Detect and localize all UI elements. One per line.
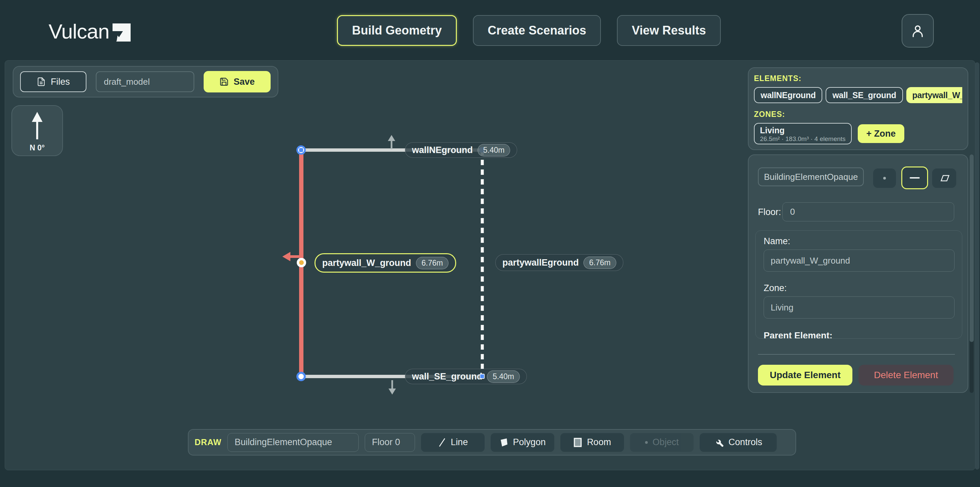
vertex-handle-bottom-right[interactable] [480,374,485,379]
wall-name: partywallEground [503,258,579,268]
controls-button[interactable]: Controls [700,433,777,452]
vertex-handle-top-left[interactable] [296,145,306,155]
wall-length-badge: 5.40m [477,144,511,156]
drawing-canvas[interactable]: Files Save N 0° [5,60,975,470]
panel-scrollbar[interactable] [970,154,974,393]
delete-element-button[interactable]: Delete Element [858,365,953,385]
parent-element-label: Parent Element: [764,331,833,339]
wall-east-dashed[interactable] [478,149,486,380]
object-tool-button: Object [630,433,694,452]
elements-title: ELEMENTS: [754,74,967,83]
element-chip-partywall-W-ground[interactable]: partywall_W_ground [906,87,962,103]
wall-label-wallNEground[interactable]: wallNEground 5.40m [405,142,517,158]
element-chip-wallNEground[interactable]: wallNEground [754,87,822,103]
element-details-card: Name: Zone: Parent Element: [755,231,962,339]
floor-label: Floor: [758,207,781,217]
wall-length-badge: 6.76m [416,257,449,269]
vertex-handle-bottom-left[interactable] [296,372,306,381]
room-tool-button[interactable]: Room [560,433,624,452]
model-name-input[interactable] [96,72,194,92]
wall-name: partywall_W_ground [322,258,411,268]
tab-build-geometry[interactable]: Build Geometry [337,15,457,46]
polygon-tool-label: Polygon [513,437,546,447]
panel-divider [758,354,955,355]
add-zone-button[interactable]: + Zone [858,124,905,143]
elements-chip-row: wallNEground wall_SE_ground partywall_W_… [754,87,962,103]
polygon-icon [500,438,508,447]
polygon-type-button[interactable] [932,169,956,188]
logo-text: Vulcan [49,19,109,43]
line-tool-label: Line [451,437,468,447]
tab-create-scenarios[interactable]: Create Scenarios [473,15,601,46]
room-tool-label: Room [587,437,611,447]
zone-label: Zone: [764,283,787,293]
user-icon [910,23,925,38]
tab-view-results[interactable]: View Results [617,15,721,46]
element-zone-input[interactable] [764,296,955,318]
point-type-button[interactable] [873,169,896,188]
wall-label-wall-SE-ground[interactable]: wall_SE_ground 5.40m [405,369,527,384]
wall-length-badge: 6.76m [584,256,616,269]
zone-details: 26.5m² · 183.0m³ · 4 elements [760,135,846,143]
header: Vulcan Build Geometry Create Scenarios V… [0,0,980,60]
wall-midpoint-handle[interactable] [297,258,306,267]
elements-zones-panel: ELEMENTS: wallNEground wall_SE_ground pa… [748,67,968,150]
compass-widget[interactable]: N 0° [11,105,63,156]
files-button[interactable]: Files [20,72,86,92]
main-nav: Build Geometry Create Scenarios View Res… [337,15,721,46]
slash-icon [438,438,446,447]
element-chip-wall-SE-ground[interactable]: wall_SE_ground [826,87,903,103]
wall-label-partywall-W-ground[interactable]: partywall_W_ground 6.76m [315,253,456,273]
logo: Vulcan [49,19,130,43]
dot-icon [645,441,648,444]
north-wall-normal-arrow [385,135,398,150]
compass-label: N 0° [30,143,45,153]
save-icon [220,77,229,86]
wall-length-badge: 5.40m [487,371,520,383]
line-tool-button[interactable]: Line [421,433,485,452]
app-root: Vulcan Build Geometry Create Scenarios V… [0,0,980,487]
element-properties-panel: Floor: Name: Zone: Parent Element: Updat… [748,154,968,393]
user-button[interactable] [902,14,934,48]
line-segment-icon [910,177,920,178]
object-tool-label: Object [652,437,679,447]
point-icon [883,177,886,180]
zones-title: ZONES: [754,110,967,119]
south-wall-normal-arrow [386,379,398,395]
controls-label: Controls [729,437,762,447]
file-icon [37,77,46,86]
element-name-input[interactable] [764,250,955,272]
panel-scrollbar-thumb[interactable] [970,154,974,342]
file-toolbar: Files Save [13,66,278,97]
north-arrow-icon [27,110,47,142]
square-icon [573,438,582,447]
draw-label: DRAW [195,438,221,447]
zone-name: Living [760,126,846,135]
draw-floor-input[interactable] [365,433,415,452]
update-element-button[interactable]: Update Element [758,365,853,385]
page-scrollbar[interactable] [975,62,979,469]
vertex-selected-square [299,148,303,152]
wall-name: wallNEground [412,145,473,155]
polygon-tool-button[interactable]: Polygon [491,433,554,452]
save-button[interactable]: Save [204,71,270,92]
name-label: Name: [764,236,791,247]
parallelogram-icon [939,175,950,182]
vulcan-logo-icon [113,24,130,41]
floor-input[interactable] [783,202,954,221]
midpoint-amber-dot [299,260,304,265]
zone-chip-living[interactable]: Living 26.5m² · 183.0m³ · 4 elements [754,123,852,144]
draw-type-input[interactable] [228,433,359,452]
files-label: Files [51,77,70,87]
wall-name: wall_SE_ground [412,371,482,382]
element-type-input[interactable] [758,167,864,186]
wrench-icon [714,438,724,447]
wall-label-partywallEground[interactable]: partywallEground 6.76m [495,254,623,271]
zone-row: Living 26.5m² · 183.0m³ · 4 elements + Z… [754,123,967,144]
line-type-button[interactable] [901,167,928,189]
draw-toolbar: DRAW Line Polygon Room Object [188,429,796,455]
save-label: Save [234,77,255,87]
